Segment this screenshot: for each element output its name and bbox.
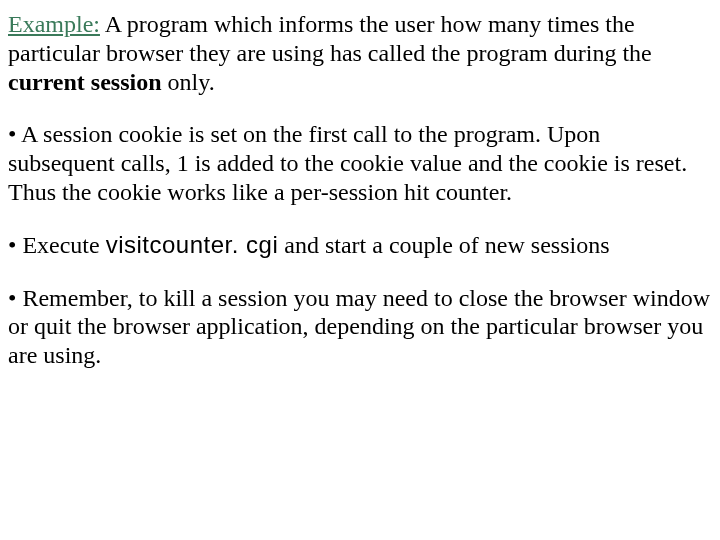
bullet-2-code: visitcounter. cgi [106,231,279,258]
bullet-2-prefix: • Execute [8,232,106,258]
example-label: Example: [8,11,100,37]
example-bold-phrase: current session [8,69,162,95]
bullet-2: • Execute visitcounter. cgi and start a … [8,231,712,260]
bullet-2-suffix: and start a couple of new sessions [278,232,609,258]
example-paragraph: Example: A program which informs the use… [8,10,712,96]
bullet-1: • A session cookie is set on the first c… [8,120,712,206]
bullet-3: • Remember, to kill a session you may ne… [8,284,712,370]
example-text-2: only. [162,69,215,95]
example-text-1: A program which informs the user how man… [8,11,652,66]
slide-content: Example: A program which informs the use… [0,0,720,370]
